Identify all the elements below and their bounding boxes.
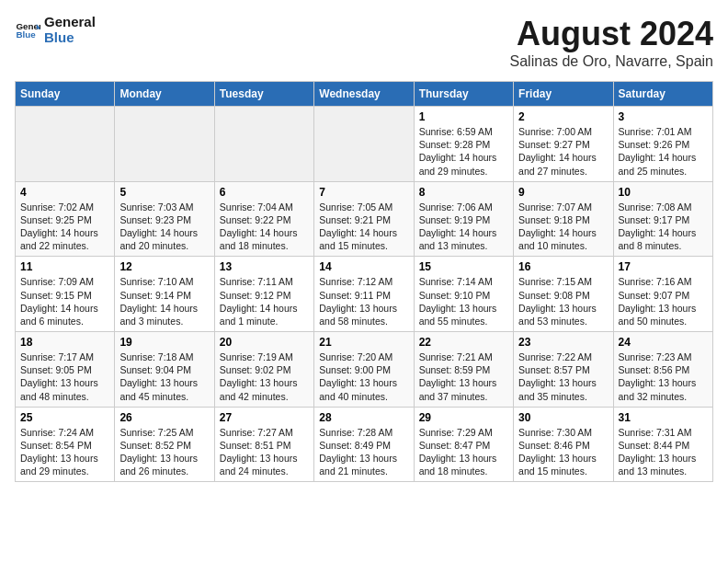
calendar-cell: 10Sunrise: 7:08 AM Sunset: 9:17 PM Dayli… [613,181,712,257]
day-info: Sunrise: 7:14 AM Sunset: 9:10 PM Dayligh… [419,275,508,327]
day-info: Sunrise: 7:21 AM Sunset: 8:59 PM Dayligh… [419,350,508,403]
calendar-cell: 29Sunrise: 7:29 AM Sunset: 8:47 PM Dayli… [414,407,513,482]
day-number: 24 [619,336,708,349]
day-info: Sunrise: 7:19 AM Sunset: 9:02 PM Dayligh… [220,350,309,403]
day-info: Sunrise: 7:31 AM Sunset: 8:44 PM Dayligh… [619,426,708,478]
weekday-header-tuesday: Tuesday [214,82,313,107]
day-info: Sunrise: 7:01 AM Sunset: 9:26 PM Dayligh… [619,125,708,178]
calendar-cell: 9Sunrise: 7:07 AM Sunset: 9:18 PM Daylig… [514,181,613,257]
day-number: 21 [319,336,408,349]
day-number: 12 [119,260,209,273]
day-info: Sunrise: 7:05 AM Sunset: 9:21 PM Dayligh… [319,201,408,253]
day-info: Sunrise: 7:08 AM Sunset: 9:17 PM Dayligh… [619,201,708,253]
day-info: Sunrise: 7:24 AM Sunset: 8:54 PM Dayligh… [20,426,109,478]
day-number: 11 [20,260,109,273]
calendar-week-2: 4Sunrise: 7:02 AM Sunset: 9:25 PM Daylig… [16,181,713,257]
day-info: Sunrise: 7:03 AM Sunset: 9:23 PM Dayligh… [119,201,209,253]
calendar-cell: 15Sunrise: 7:14 AM Sunset: 9:10 PM Dayli… [414,257,513,332]
calendar-cell: 24Sunrise: 7:23 AM Sunset: 8:56 PM Dayli… [613,332,712,408]
svg-text:Blue: Blue [16,29,36,40]
logo-blue: Blue [44,30,96,46]
calendar-cell: 17Sunrise: 7:16 AM Sunset: 9:07 PM Dayli… [613,257,712,332]
weekday-header-sunday: Sunday [16,82,115,107]
calendar-cell: 16Sunrise: 7:15 AM Sunset: 9:08 PM Dayli… [514,257,613,332]
day-number: 5 [119,186,209,199]
calendar-cell: 12Sunrise: 7:10 AM Sunset: 9:14 PM Dayli… [115,257,214,332]
page-header: General Blue General Blue August 2024 Sa… [15,15,713,70]
day-info: Sunrise: 6:59 AM Sunset: 9:28 PM Dayligh… [419,125,508,178]
day-info: Sunrise: 7:25 AM Sunset: 8:52 PM Dayligh… [119,426,209,478]
day-number: 19 [119,336,209,349]
weekday-header-monday: Monday [115,82,214,107]
day-number: 30 [518,411,608,424]
day-info: Sunrise: 7:22 AM Sunset: 8:57 PM Dayligh… [518,350,608,403]
day-number: 22 [419,336,508,349]
day-number: 18 [20,336,109,349]
day-info: Sunrise: 7:28 AM Sunset: 8:49 PM Dayligh… [319,426,408,478]
calendar-cell: 3Sunrise: 7:01 AM Sunset: 9:26 PM Daylig… [613,107,712,182]
weekday-header-row: SundayMondayTuesdayWednesdayThursdayFrid… [16,82,713,107]
calendar-cell: 23Sunrise: 7:22 AM Sunset: 8:57 PM Dayli… [514,332,613,408]
day-number: 8 [419,186,508,199]
calendar-cell: 8Sunrise: 7:06 AM Sunset: 9:19 PM Daylig… [414,181,513,257]
day-number: 13 [220,260,309,273]
day-number: 9 [518,186,608,199]
calendar-cell: 30Sunrise: 7:30 AM Sunset: 8:46 PM Dayli… [514,407,613,482]
day-number: 29 [419,411,508,424]
day-info: Sunrise: 7:02 AM Sunset: 9:25 PM Dayligh… [20,201,109,253]
calendar-cell: 19Sunrise: 7:18 AM Sunset: 9:04 PM Dayli… [115,332,214,408]
calendar-cell: 7Sunrise: 7:05 AM Sunset: 9:21 PM Daylig… [314,181,414,257]
calendar-cell: 20Sunrise: 7:19 AM Sunset: 9:02 PM Dayli… [214,332,313,408]
calendar-cell: 5Sunrise: 7:03 AM Sunset: 9:23 PM Daylig… [115,181,214,257]
day-number: 28 [319,411,408,424]
day-info: Sunrise: 7:20 AM Sunset: 9:00 PM Dayligh… [319,350,408,403]
weekday-header-wednesday: Wednesday [314,82,414,107]
calendar-cell: 2Sunrise: 7:00 AM Sunset: 9:27 PM Daylig… [514,107,613,182]
day-number: 16 [518,260,608,273]
weekday-header-saturday: Saturday [613,82,712,107]
calendar-subtitle: Salinas de Oro, Navarre, Spain [510,53,713,70]
calendar-week-4: 18Sunrise: 7:17 AM Sunset: 9:05 PM Dayli… [16,332,713,408]
day-info: Sunrise: 7:30 AM Sunset: 8:46 PM Dayligh… [518,426,608,478]
day-info: Sunrise: 7:27 AM Sunset: 8:51 PM Dayligh… [220,426,309,478]
day-info: Sunrise: 7:12 AM Sunset: 9:11 PM Dayligh… [319,275,408,327]
calendar-cell: 4Sunrise: 7:02 AM Sunset: 9:25 PM Daylig… [16,181,115,257]
weekday-header-thursday: Thursday [414,82,513,107]
day-number: 10 [619,186,708,199]
day-number: 2 [518,110,608,123]
calendar-cell: 27Sunrise: 7:27 AM Sunset: 8:51 PM Dayli… [214,407,313,482]
calendar-cell: 14Sunrise: 7:12 AM Sunset: 9:11 PM Dayli… [314,257,414,332]
calendar-cell: 13Sunrise: 7:11 AM Sunset: 9:12 PM Dayli… [214,257,313,332]
calendar-cell: 25Sunrise: 7:24 AM Sunset: 8:54 PM Dayli… [16,407,115,482]
title-block: August 2024 Salinas de Oro, Navarre, Spa… [510,15,713,70]
calendar-table: SundayMondayTuesdayWednesdayThursdayFrid… [15,81,713,482]
day-number: 27 [220,411,309,424]
calendar-week-1: 1Sunrise: 6:59 AM Sunset: 9:28 PM Daylig… [16,107,713,182]
calendar-cell [314,107,414,182]
day-number: 25 [20,411,109,424]
calendar-cell [115,107,214,182]
day-info: Sunrise: 7:15 AM Sunset: 9:08 PM Dayligh… [518,275,608,327]
day-number: 17 [619,260,708,273]
day-number: 15 [419,260,508,273]
calendar-week-3: 11Sunrise: 7:09 AM Sunset: 9:15 PM Dayli… [16,257,713,332]
calendar-cell: 1Sunrise: 6:59 AM Sunset: 9:28 PM Daylig… [414,107,513,182]
calendar-cell: 6Sunrise: 7:04 AM Sunset: 9:22 PM Daylig… [214,181,313,257]
calendar-cell [214,107,313,182]
day-number: 26 [119,411,209,424]
calendar-cell [16,107,115,182]
calendar-cell: 31Sunrise: 7:31 AM Sunset: 8:44 PM Dayli… [613,407,712,482]
calendar-title: August 2024 [510,15,713,53]
day-info: Sunrise: 7:17 AM Sunset: 9:05 PM Dayligh… [20,350,109,403]
day-info: Sunrise: 7:00 AM Sunset: 9:27 PM Dayligh… [518,125,608,178]
weekday-header-friday: Friday [514,82,613,107]
logo: General Blue General Blue [15,15,96,45]
day-info: Sunrise: 7:09 AM Sunset: 9:15 PM Dayligh… [20,275,109,327]
calendar-cell: 28Sunrise: 7:28 AM Sunset: 8:49 PM Dayli… [314,407,414,482]
day-number: 7 [319,186,408,199]
day-info: Sunrise: 7:16 AM Sunset: 9:07 PM Dayligh… [619,275,708,327]
calendar-cell: 26Sunrise: 7:25 AM Sunset: 8:52 PM Dayli… [115,407,214,482]
day-number: 20 [220,336,309,349]
day-number: 4 [20,186,109,199]
logo-general: General [44,15,96,30]
